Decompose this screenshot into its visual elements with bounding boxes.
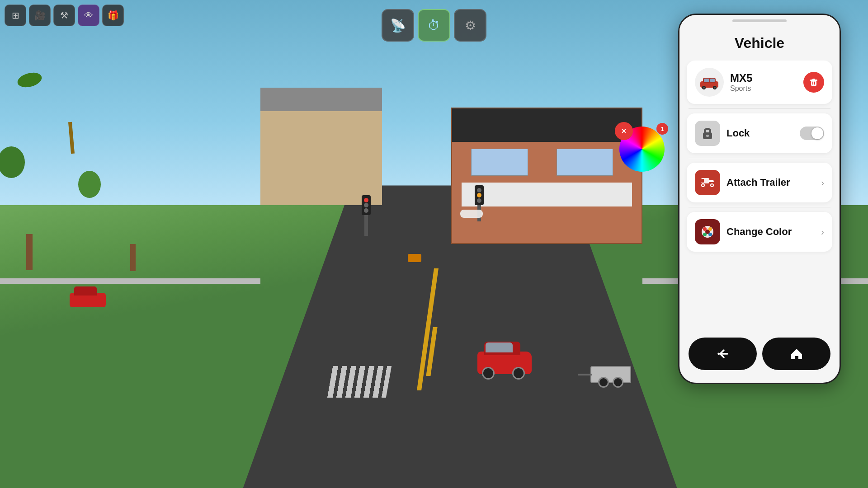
- home-button[interactable]: [762, 338, 830, 370]
- lb-roof: [260, 88, 382, 111]
- svg-rect-14: [706, 135, 709, 137]
- lock-row[interactable]: Lock: [687, 113, 832, 153]
- attach-trailer-label: Attach Trailer: [726, 177, 815, 188]
- change-color-icon-wrapper: [695, 219, 720, 244]
- svg-point-25: [708, 227, 712, 231]
- player-car: [477, 352, 532, 374]
- light-green-2: [477, 198, 481, 203]
- attach-trailer-row[interactable]: Attach Trailer ›: [687, 163, 832, 202]
- delete-vehicle-button[interactable]: [803, 72, 824, 93]
- building-roof: [452, 108, 641, 142]
- lock-label: Lock: [726, 127, 793, 139]
- settings-icon: ⚙: [465, 18, 476, 33]
- svg-rect-11: [812, 82, 813, 85]
- camera-icon-btn[interactable]: 🎥: [29, 5, 51, 26]
- svg-rect-3: [710, 79, 715, 82]
- svg-point-19: [702, 184, 704, 186]
- window-2: [557, 149, 613, 176]
- light-red: [364, 198, 368, 202]
- lock-icon: [701, 126, 714, 141]
- traffic-pole-1: [364, 195, 368, 236]
- light-red-2: [477, 188, 481, 192]
- attach-trailer-chevron: ›: [821, 178, 824, 188]
- panel-bottom: [679, 330, 840, 383]
- svg-rect-12: [814, 82, 815, 85]
- crosswalk: [327, 366, 391, 398]
- back-icon: [715, 347, 731, 361]
- car-icon: [695, 68, 724, 97]
- settings-button[interactable]: ⚙: [454, 9, 486, 42]
- windshield: [486, 343, 513, 352]
- tree-trunk-1: [26, 234, 33, 270]
- tools-icon-btn[interactable]: ⚒: [53, 5, 75, 26]
- radio-icon: 📡: [390, 18, 406, 33]
- light-green: [364, 208, 368, 213]
- car-info: MX5 Sports: [730, 72, 797, 93]
- svg-rect-28: [795, 356, 798, 359]
- main-building: [451, 108, 642, 244]
- sidewalk-left: [0, 278, 260, 284]
- light-yellow: [364, 203, 368, 207]
- red-car-2: [70, 293, 106, 307]
- home-icon: [789, 347, 804, 361]
- radio-button[interactable]: 📡: [382, 9, 414, 42]
- svg-point-6: [703, 87, 705, 89]
- color-panel: × 1: [619, 127, 674, 181]
- traffic-light-1: [362, 195, 371, 215]
- left-building: [260, 88, 382, 205]
- car-type: Sports: [730, 84, 797, 93]
- svg-point-7: [714, 87, 716, 89]
- svg-point-27: [708, 233, 712, 236]
- svg-rect-17: [708, 180, 714, 182]
- hitch: [578, 374, 592, 375]
- vehicle-card[interactable]: MX5 Sports: [687, 61, 832, 104]
- trailer-wheel-1: [598, 377, 609, 388]
- light-yellow-2: [477, 193, 481, 197]
- building-sign: [462, 183, 632, 207]
- car-name: MX5: [730, 72, 797, 84]
- back-button[interactable]: [689, 338, 757, 370]
- eye-icon-btn[interactable]: 👁: [78, 5, 99, 26]
- svg-rect-8: [811, 81, 816, 86]
- panel-content: MX5 Sports: [679, 61, 840, 330]
- top-toolbar: 📡 ⏱ ⚙: [382, 9, 486, 42]
- svg-point-21: [711, 184, 713, 186]
- scooter: [408, 254, 421, 262]
- gift-icon-btn[interactable]: 🎁: [102, 5, 124, 26]
- lock-icon-wrapper: [695, 121, 720, 146]
- svg-rect-16: [701, 179, 704, 183]
- panel-title: Vehicle: [679, 22, 840, 61]
- tree-trunk-2: [130, 244, 136, 271]
- vehicle-panel: Vehicle MX5 Sports: [678, 14, 841, 384]
- speed-icon: ⏱: [428, 18, 440, 33]
- red-car-2-roof: [74, 286, 97, 296]
- hovercraft: [460, 210, 483, 218]
- svg-rect-10: [812, 79, 815, 80]
- change-color-label: Change Color: [726, 226, 815, 238]
- trash-icon: [809, 77, 819, 87]
- svg-point-26: [703, 233, 707, 236]
- window-1: [471, 149, 528, 176]
- lock-toggle[interactable]: [800, 127, 824, 140]
- svg-rect-2: [704, 79, 709, 82]
- color-palette-icon: [699, 224, 716, 240]
- change-color-chevron: ›: [821, 227, 824, 237]
- trailer: [590, 366, 631, 383]
- menu-icon-btn[interactable]: ⊞: [5, 5, 26, 26]
- top-left-toolbar: ⊞ 🎥 ⚒ 👁 🎁: [5, 5, 124, 26]
- color-close-button[interactable]: ×: [615, 122, 633, 140]
- color-badge: 1: [656, 123, 668, 135]
- attach-trailer-icon-wrapper: [695, 170, 720, 195]
- separator-1: [689, 108, 830, 109]
- separator-3: [689, 207, 830, 207]
- svg-point-24: [703, 227, 707, 231]
- tree-top-2: [78, 171, 101, 198]
- wheel-rl: [512, 367, 525, 380]
- separator-2: [689, 158, 830, 158]
- trailer-icon: [699, 174, 716, 191]
- wheel-fl: [482, 367, 495, 380]
- speed-button[interactable]: ⏱: [418, 9, 450, 42]
- car-svg: [698, 75, 720, 89]
- traffic-light-2: [475, 185, 484, 205]
- change-color-row[interactable]: Change Color ›: [687, 212, 832, 252]
